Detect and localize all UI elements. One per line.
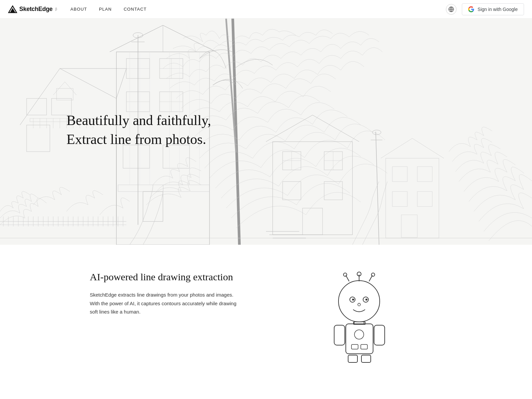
lower-section: AI-powered line drawing extraction Sketc… xyxy=(50,245,482,384)
svg-rect-116 xyxy=(351,344,358,349)
svg-rect-120 xyxy=(348,355,357,362)
logo[interactable]: SketchEdgeβ xyxy=(8,5,57,14)
svg-point-111 xyxy=(352,299,354,301)
lower-title: AI-powered line drawing extraction xyxy=(90,271,243,283)
google-signin-button[interactable]: Sign in with Google xyxy=(462,3,524,15)
navbar: SketchEdgeβ ABOUT PLAN CONTACT Sign in w… xyxy=(0,0,532,19)
svg-point-108 xyxy=(338,281,380,322)
svg-rect-118 xyxy=(334,325,345,345)
lower-description: SketchEdge extracts line drawings from y… xyxy=(90,291,243,316)
svg-rect-117 xyxy=(361,344,367,349)
svg-point-105 xyxy=(343,273,347,276)
globe-icon xyxy=(448,6,454,12)
nav-links: ABOUT PLAN CONTACT xyxy=(70,7,147,12)
ai-robot-illustration xyxy=(316,271,402,364)
nav-about[interactable]: ABOUT xyxy=(70,7,87,12)
google-g-icon xyxy=(468,6,474,12)
svg-rect-119 xyxy=(374,325,385,345)
svg-rect-121 xyxy=(361,355,371,362)
hero-section: Beautifully and faithfully, Extract line… xyxy=(0,19,532,245)
hero-content: Beautifully and faithfully, Extract line… xyxy=(66,111,211,149)
language-selector-button[interactable] xyxy=(446,4,457,15)
nav-contact[interactable]: CONTACT xyxy=(124,7,147,12)
hero-title: Beautifully and faithfully, Extract line… xyxy=(66,111,211,149)
hero-title-line2: Extract line from photos. xyxy=(66,131,206,147)
svg-point-107 xyxy=(371,273,375,276)
svg-point-112 xyxy=(365,299,367,301)
logo-beta: β xyxy=(55,7,57,11)
lower-illustration xyxy=(263,271,456,364)
nav-right: Sign in with Google xyxy=(446,3,524,15)
google-signin-label: Sign in with Google xyxy=(477,7,518,12)
logo-text: SketchEdge xyxy=(19,6,53,13)
svg-point-115 xyxy=(354,330,364,339)
nav-plan[interactable]: PLAN xyxy=(99,7,112,12)
lower-text-block: AI-powered line drawing extraction Sketc… xyxy=(90,271,243,316)
svg-rect-114 xyxy=(346,324,373,354)
svg-point-113 xyxy=(358,303,360,306)
logo-icon xyxy=(8,5,17,14)
hero-title-line1: Beautifully and faithfully, xyxy=(66,113,211,128)
